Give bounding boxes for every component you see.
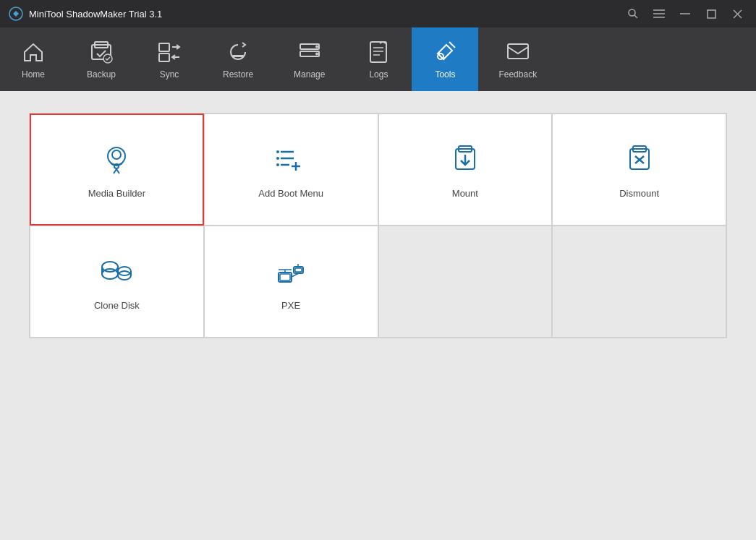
svg-rect-7 (708, 10, 715, 18)
nav-tools[interactable]: Tools (412, 27, 478, 91)
svg-point-46 (102, 269, 118, 279)
nav-logs[interactable]: Logs (345, 27, 412, 91)
tool-mount[interactable]: Mount (378, 113, 553, 226)
nav-restore-label: Restore (223, 69, 253, 80)
svg-rect-25 (508, 44, 528, 59)
svg-point-1 (629, 9, 635, 16)
tool-pxe-label: PXE (281, 300, 300, 311)
tool-dismount-label: Dismount (619, 188, 659, 199)
nav-feedback[interactable]: Feedback (478, 27, 557, 91)
minimize-btn[interactable] (675, 4, 695, 24)
tool-media-builder-label: Media Builder (88, 188, 146, 199)
tool-clone-disk[interactable]: Clone Disk (30, 226, 204, 338)
nav-home[interactable]: Home (0, 27, 67, 91)
svg-rect-15 (232, 55, 244, 57)
svg-rect-13 (159, 43, 169, 51)
svg-rect-54 (295, 268, 302, 272)
tool-add-boot-menu-label: Add Boot Menu (258, 188, 323, 199)
title-bar: MiniTool ShadowMaker Trial 3.1 (0, 0, 756, 27)
tool-media-builder[interactable]: Media Builder (30, 113, 204, 226)
tool-add-boot-menu[interactable]: Add Boot Menu (204, 113, 378, 226)
tool-clone-disk-label: Clone Disk (94, 300, 140, 311)
svg-rect-14 (159, 53, 169, 61)
nav-manage[interactable]: Manage (273, 27, 345, 91)
svg-rect-20 (370, 42, 386, 62)
nav-home-label: Home (22, 69, 45, 80)
app-title: MiniTool ShadowMaker Trial 3.1 (29, 9, 623, 20)
svg-rect-52 (280, 274, 290, 280)
close-btn[interactable] (727, 4, 747, 24)
window-controls (623, 4, 747, 24)
nav-backup[interactable]: Backup (67, 27, 136, 91)
tool-dismount[interactable]: Dismount (552, 113, 726, 226)
nav-tools-label: Tools (435, 69, 455, 80)
nav-manage-label: Manage (294, 69, 325, 80)
search-btn[interactable] (623, 4, 643, 24)
tool-pxe[interactable]: PXE (204, 226, 378, 338)
app-logo (9, 7, 23, 21)
svg-line-2 (634, 15, 637, 18)
nav-backup-label: Backup (87, 69, 116, 80)
nav-restore[interactable]: Restore (203, 27, 273, 91)
nav-sync[interactable]: Sync (136, 27, 203, 91)
svg-point-18 (315, 46, 318, 48)
nav-bar: Home Backup Sync Restore (0, 27, 756, 91)
svg-point-34 (276, 163, 279, 166)
nav-sync-label: Sync (160, 69, 179, 80)
main-content: Media Builder Add Boot Menu (0, 91, 756, 540)
svg-point-27 (112, 150, 121, 159)
tool-empty-1 (378, 226, 553, 338)
menu-btn[interactable] (649, 4, 669, 24)
svg-point-33 (276, 157, 279, 160)
tool-mount-label: Mount (452, 188, 478, 199)
maximize-btn[interactable] (701, 4, 721, 24)
svg-point-19 (315, 53, 318, 56)
tool-grid: Media Builder Add Boot Menu (29, 113, 727, 338)
svg-point-32 (276, 150, 279, 153)
nav-logs-label: Logs (369, 69, 388, 80)
tool-empty-2 (552, 226, 726, 338)
nav-feedback-label: Feedback (498, 69, 537, 80)
